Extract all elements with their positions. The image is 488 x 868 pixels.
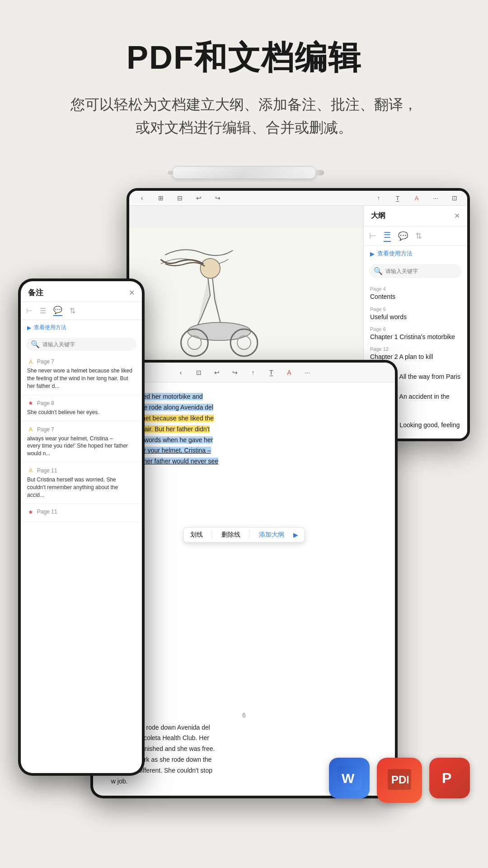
phone-tab-bookmark-icon[interactable]: ⊢ <box>26 307 33 315</box>
phone-tab-filter-icon[interactable]: ⇅ <box>70 307 75 315</box>
back-button[interactable]: ‹ <box>135 191 149 205</box>
annotation-page-5: Page 11 <box>37 509 57 515</box>
reading-undo-button[interactable]: ↩ <box>210 365 224 380</box>
tab-filter-icon[interactable]: ⇅ <box>415 231 422 241</box>
header-section: PDF和文档编辑 您可以轻松为文档建立大纲、添加备注、批注、翻译，或对文档进行编… <box>0 0 488 157</box>
outline-page-4: Page 4 <box>370 286 461 292</box>
annotation-item-4[interactable]: A Page 11 But Cristina herself was worri… <box>21 462 142 504</box>
phone-inner: 备注 ✕ ⊢ ☰ 💬 ⇅ ▶ 查看使用方法 🔍 A <box>21 281 142 773</box>
pdf-icon-inner: PDF <box>390 770 408 788</box>
outline-chapter-contents: Contents <box>370 292 461 301</box>
phone-header-title: 备注 <box>28 288 43 298</box>
redo-button[interactable]: ↪ <box>211 191 225 205</box>
tab-list-icon[interactable]: ☰ <box>384 230 391 242</box>
add-outline-button[interactable]: 添加大纲 <box>259 531 284 539</box>
share-button[interactable]: ↑ <box>371 191 386 205</box>
search-icon: 🔍 <box>374 267 383 275</box>
phone-header: 备注 ✕ <box>21 281 142 302</box>
annotation-icon-4: A <box>27 467 34 474</box>
outline-chapter-1: Chapter 1 Cristina's motorbike <box>370 333 461 341</box>
outline-tabs: ⊢ ☰ 💬 ⇅ <box>364 226 467 246</box>
phone-tabs: ⊢ ☰ 💬 ⇅ <box>21 302 142 320</box>
annotation-meta-3: A Page 7 <box>27 426 136 433</box>
reading-layout-button[interactable]: ⊡ <box>192 365 206 380</box>
annotation-page-4: Page 11 <box>37 467 57 474</box>
word-app-icon[interactable]: W <box>329 758 370 798</box>
annotation-item-2[interactable]: ★ Page 8 She couldn't believe her eyes. <box>21 395 142 421</box>
panel-button[interactable]: ⊡ <box>447 191 462 205</box>
annotation-icon-1: A <box>27 358 34 365</box>
devices-container: ‹ ⊞ ⊟ ↩ ↪ ↑ T̲ A ··· ⊡ <box>18 188 470 812</box>
tab-chat-icon[interactable]: 💬 <box>398 231 408 241</box>
undo-button[interactable]: ↩ <box>192 191 206 205</box>
toolbar-divider-2 <box>249 530 250 539</box>
phone-tab-list-icon[interactable]: ☰ <box>40 307 46 315</box>
annotation-text-2: She couldn't believe her eyes. <box>27 409 136 416</box>
svg-text:W: W <box>342 771 355 786</box>
outline-title: 大纲 <box>371 211 385 221</box>
annotation-meta-2: ★ Page 8 <box>27 400 136 407</box>
pdf-label: PDF <box>388 769 411 790</box>
help-link-text: 查看使用方法 <box>377 250 413 258</box>
phone-tab-chat-icon[interactable]: 💬 <box>53 306 62 316</box>
outline-page-5: Page 5 <box>370 307 461 312</box>
layout2-button[interactable]: ⊟ <box>173 191 187 205</box>
annotation-page-3: Page 7 <box>37 426 54 433</box>
app-icons: W PDF P <box>329 758 470 803</box>
outline-help-link[interactable]: ▶ 查看使用方法 <box>364 246 467 261</box>
annotation-text-4: But Cristina herself was worried. She co… <box>27 476 136 499</box>
reading-share-button[interactable]: ↑ <box>246 365 260 380</box>
annotation-item-3[interactable]: A Page 7 always wear your helmet, Cristi… <box>21 421 142 462</box>
phone-search-icon: 🔍 <box>31 340 40 349</box>
reading-back-button[interactable]: ‹ <box>174 365 188 380</box>
reading-text-button[interactable]: T̲ <box>264 365 278 380</box>
outline-search[interactable]: 🔍 <box>369 264 462 278</box>
pdf-text-content: Cristina started her motorbike and r fac… <box>108 392 380 467</box>
reading-more-button[interactable]: ··· <box>300 365 314 380</box>
phone-close-button[interactable]: ✕ <box>129 288 135 297</box>
annotation-list: A Page 7 She never wore a helmet because… <box>21 354 142 773</box>
outline-chapter-useful-words: Useful words <box>370 313 461 321</box>
outline-header: 大纲 ✕ <box>364 206 467 226</box>
outline-search-input[interactable] <box>385 268 457 274</box>
outline-item-contents[interactable]: Page 4 Contents <box>364 283 467 303</box>
tablet-toolbar: ‹ ⊞ ⊟ ↩ ↪ ↑ T̲ A ··· ⊡ <box>129 191 467 206</box>
annotation-page-1: Page 7 <box>37 359 54 365</box>
reading-highlight-button[interactable]: A <box>282 365 296 380</box>
phone-search-input[interactable] <box>42 341 132 348</box>
toolbar-divider-1 <box>212 530 212 539</box>
strikethrough-button[interactable]: 删除线 <box>221 531 240 539</box>
tab-bookmark-icon[interactable]: ⊢ <box>369 231 376 241</box>
outline-item-ch1[interactable]: Page 6 Chapter 1 Cristina's motorbike <box>364 324 467 344</box>
svg-text:P: P <box>442 770 451 786</box>
svg-text:PDF: PDF <box>391 774 408 786</box>
phone-search[interactable]: 🔍 <box>26 338 136 351</box>
annotation-text-3: always wear your helmet, Cristina –every… <box>27 435 136 458</box>
svg-point-2 <box>188 323 251 341</box>
annotation-icon-5: ★ <box>27 508 34 515</box>
svg-point-1 <box>200 259 220 278</box>
annotation-item-1[interactable]: A Page 7 She never wore a helmet because… <box>21 354 142 395</box>
layout1-button[interactable]: ⊞ <box>154 191 168 205</box>
pdf-app-icon[interactable]: PDF <box>377 758 422 803</box>
arrow-button[interactable]: ▶ <box>293 531 298 538</box>
stylus <box>172 166 316 179</box>
more-button[interactable]: ··· <box>428 191 443 205</box>
outline-page-12: Page 12 <box>370 346 461 352</box>
main-title: PDF和文档编辑 <box>27 36 461 80</box>
play-icon: ▶ <box>370 250 375 257</box>
wps-icon-svg: P <box>438 767 461 789</box>
text-button[interactable]: T̲ <box>390 191 405 205</box>
underline-button[interactable]: 划线 <box>190 531 203 539</box>
annotation-item-5[interactable]: ★ Page 11 <box>21 504 142 522</box>
highlight-button[interactable]: A <box>409 191 424 205</box>
outline-page-6: Page 6 <box>370 326 461 332</box>
phone-panel: 备注 ✕ ⊢ ☰ 💬 ⇅ ▶ 查看使用方法 🔍 A <box>18 278 145 776</box>
reading-redo-button[interactable]: ↪ <box>228 365 242 380</box>
phone-help-link[interactable]: ▶ 查看使用方法 <box>21 320 142 335</box>
annotation-meta-4: A Page 11 <box>27 467 136 474</box>
wps-app-icon[interactable]: P <box>429 758 470 798</box>
annotation-page-2: Page 8 <box>37 400 54 406</box>
outline-close-button[interactable]: ✕ <box>454 212 460 220</box>
outline-item-useful-words[interactable]: Page 5 Useful words <box>364 304 467 324</box>
